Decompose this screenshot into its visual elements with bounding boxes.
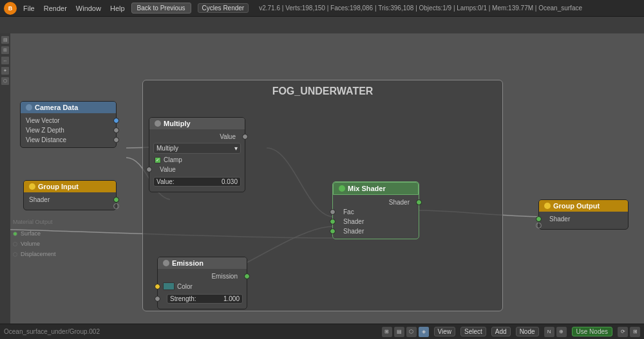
multiply-value-in-row: Value: [149, 165, 245, 174]
view-distance-socket[interactable]: [113, 137, 119, 143]
surface-row: Surface: [13, 228, 56, 239]
group-input-header: Group Input: [24, 181, 116, 192]
group-input-bottom-socket[interactable]: [113, 203, 119, 209]
multiply-value-in-socket[interactable]: [146, 167, 152, 172]
multiply-body: Value Multiply ▾ ✓ Clamp Value: [149, 129, 245, 192]
camera-view-z-depth-row: View Z Depth: [21, 125, 116, 135]
multiply-header: Multiply: [149, 118, 245, 129]
select-btn[interactable]: Select: [460, 327, 486, 336]
emission-out-socket[interactable]: [244, 273, 250, 279]
emission-color-socket[interactable]: [155, 284, 160, 289]
clamp-checkbox[interactable]: ✓: [155, 157, 161, 163]
emission-out-row: Emission: [158, 271, 247, 281]
bottom-icon-6[interactable]: ⊕: [556, 327, 567, 337]
group-out-bottom-socket[interactable]: [536, 223, 542, 228]
bottom-icon-1[interactable]: ⊞: [382, 327, 392, 337]
emission-strength-row[interactable]: Strength: 1.000: [158, 291, 247, 306]
add-btn[interactable]: Add: [491, 327, 511, 336]
multiply-dropdown[interactable]: Multiply ▾: [153, 143, 241, 154]
bottom-icon-7[interactable]: ⟳: [618, 327, 628, 337]
multiply-value-out-socket[interactable]: [242, 134, 248, 140]
material-output-overlay: Material Output Surface Volume Displacem…: [13, 217, 56, 259]
displacement-row: Displacement: [13, 249, 56, 259]
node-btn[interactable]: Node: [516, 327, 539, 336]
group-input-node[interactable]: Group Input Shader: [23, 180, 117, 210]
group-input-body: Shader: [24, 192, 116, 210]
sidebar-icon-3[interactable]: ↔: [1, 57, 9, 64]
group-input-shader-row: Shader: [24, 195, 116, 205]
emission-body: Emission Color Strength: 1.000: [158, 269, 247, 309]
volume-row: Volume: [13, 239, 56, 249]
menu-file[interactable]: File: [23, 5, 35, 12]
mix-shader2-socket[interactable]: [330, 228, 336, 234]
view-z-depth-socket[interactable]: [113, 127, 119, 133]
mix-shader-out-socket[interactable]: [416, 199, 422, 205]
multiply-clamp-row[interactable]: ✓ Clamp: [149, 155, 245, 165]
multiply-value-input[interactable]: Value: 0.030: [153, 177, 241, 187]
emission-color-swatch[interactable]: [163, 282, 175, 290]
bottom-icon-2[interactable]: ▤: [394, 327, 404, 337]
multiply-value-out-row: Value: [149, 132, 245, 142]
blender-logo: B: [4, 2, 17, 15]
bottom-icon-8[interactable]: ⊞: [630, 327, 640, 337]
emission-strength-socket[interactable]: [155, 296, 160, 302]
camera-data-header: Camera Data: [21, 102, 116, 113]
multiply-dropdown-row[interactable]: Multiply ▾: [149, 142, 245, 155]
bottom-bar: Ocean_surface_under/Group.002 ⊞ ▤ ⬡ ◈ Vi…: [0, 324, 644, 339]
sidebar-icon-1[interactable]: ▤: [1, 36, 9, 44]
mix-fac-socket[interactable]: [330, 209, 336, 215]
surface-dot: [13, 232, 17, 236]
mix-shader-header: Mix Shader: [333, 182, 419, 195]
mix-shader-shader1-row: Shader: [333, 217, 419, 226]
camera-data-body: View Vector View Z Depth View Distance: [21, 113, 116, 147]
filepath-text: Ocean_surface_under/Group.002: [4, 328, 100, 335]
sidebar-icon-5[interactable]: ⬡: [1, 77, 9, 85]
group-output-node[interactable]: Group Output Shader: [538, 199, 629, 230]
bottom-icons: ⊞ ▤ ⬡ ◈: [382, 327, 429, 337]
multiply-node[interactable]: Multiply Value Multiply ▾ ✓ Clamp: [149, 117, 245, 192]
emission-header: Emission: [158, 257, 247, 269]
mix-shader-node[interactable]: Mix Shader Shader Fac Shader Shader: [332, 181, 419, 239]
group-input-shader-socket[interactable]: [113, 197, 119, 203]
camera-view-distance-row: View Distance: [21, 135, 116, 145]
multiply-value-field-row[interactable]: Value: 0.030: [149, 174, 245, 189]
render-engine-dropdown[interactable]: Cycles Render: [198, 3, 249, 13]
emission-color-row: Color: [158, 281, 247, 291]
menu-render[interactable]: Render: [44, 5, 67, 12]
emission-strength-input[interactable]: Strength: 1.000: [167, 294, 243, 304]
bottom-icon-3[interactable]: ⬡: [406, 327, 417, 337]
bottom-icon-5[interactable]: N: [544, 327, 554, 337]
mix-shader-fac-row: Fac: [333, 207, 419, 217]
bottom-icons-2: N ⊕: [544, 327, 567, 337]
status-bar: v2.71.6 | Verts:198,150 | Faces:198,086 …: [259, 5, 582, 12]
left-sidebar: ▤ ⊞ ↔ ✦ ⬡: [0, 33, 10, 339]
group-output-header: Group Output: [539, 200, 628, 212]
menu-help[interactable]: Help: [110, 5, 125, 12]
sidebar-icon-4[interactable]: ✦: [1, 67, 9, 75]
menu-window[interactable]: Window: [76, 5, 101, 12]
bottom-icons-3: ⟳ ⊞: [618, 327, 640, 337]
sidebar-icon-2[interactable]: ⊞: [1, 46, 9, 54]
group-input-bottom-socket-row: [24, 205, 116, 207]
volume-dot: [13, 242, 17, 246]
mix-shader-output-row: Shader: [333, 197, 419, 207]
bottom-icon-4[interactable]: ◈: [419, 327, 429, 337]
view-vector-socket[interactable]: [113, 118, 119, 124]
node-canvas: FOG_UNDERWATER Camera Data View Vector V…: [10, 33, 644, 324]
displacement-dot: [13, 252, 17, 257]
top-menu[interactable]: File Render Window Help: [23, 5, 125, 12]
camera-view-vector-row: View Vector: [21, 116, 116, 125]
camera-data-node[interactable]: Camera Data View Vector View Z Depth Vie…: [20, 101, 117, 148]
view-btn[interactable]: View: [434, 327, 456, 336]
group-out-shader-socket[interactable]: [536, 216, 542, 222]
mix-shader-body: Shader Fac Shader Shader: [333, 195, 419, 239]
group-title: FOG_UNDERWATER: [143, 80, 502, 100]
node-editor: ▤ ⊞ ↔ ✦ ⬡ FOG_UNDERWATER: [0, 33, 644, 339]
use-nodes-btn[interactable]: Use Nodes: [572, 327, 612, 336]
mix-shader-shader2-row: Shader: [333, 226, 419, 236]
group-output-body: Shader: [539, 212, 628, 229]
emission-node[interactable]: Emission Emission Color Strength: 1.000: [157, 257, 247, 309]
back-to-previous-button[interactable]: Back to Previous: [131, 3, 191, 14]
mix-shader1-socket[interactable]: [330, 219, 336, 224]
top-menubar: B File Render Window Help Back to Previo…: [0, 0, 644, 17]
